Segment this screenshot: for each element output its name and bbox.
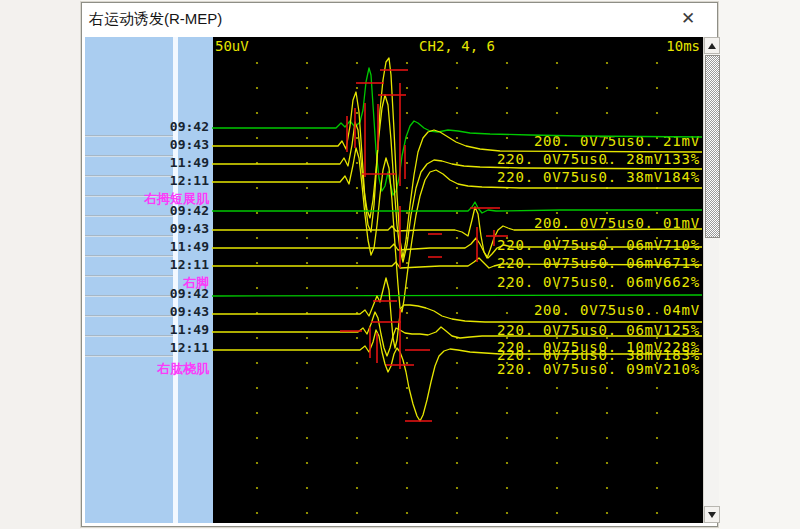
close-icon: ✕ — [681, 9, 695, 28]
vertical-scrollbar[interactable] — [703, 37, 719, 523]
scroll-down-button[interactable] — [704, 506, 720, 523]
trace-timestamp[interactable]: 11:49 — [84, 155, 209, 170]
trace-timestamp[interactable]: 09:43 — [84, 304, 209, 319]
trace-param-label: 220. 0V75us0. 06mV662% — [497, 274, 700, 290]
trace-timestamp[interactable]: 11:49 — [84, 322, 209, 337]
trace-param-label: 220. 0V75us0. 06mV671% — [497, 255, 700, 271]
trace-timestamp[interactable]: 09:42 — [84, 203, 209, 218]
trace-param-label: 200. 0V75us0. 01mV — [534, 215, 700, 231]
close-button[interactable]: ✕ — [677, 7, 699, 31]
trace-param-label: 220. 0V75us0. 38mV184% — [497, 169, 700, 185]
trace-param-label: 200. 0V75us0. 21mV — [534, 133, 700, 149]
trace-param-label: 220. 0V75us0. 28mV133% — [497, 151, 700, 167]
trace-timestamp[interactable]: 12:11 — [84, 257, 209, 272]
trace-param-label: 220. 0V75us0. 09mV210% — [497, 361, 700, 377]
timebase-label: 10ms — [212, 38, 700, 54]
arrow-up-icon — [708, 43, 716, 49]
trace-timestamp[interactable]: 12:11 — [84, 340, 209, 355]
trace-timestamp[interactable]: 12:11 — [84, 173, 209, 188]
screen: 右运动诱发(R-MEP) ✕ 50uV CH2, 4, 6 10ms 09:42… — [0, 0, 800, 529]
trace-param-label: 200. 0V75us0. 04mV — [534, 302, 700, 318]
trace-timestamp[interactable]: 09:43 — [84, 221, 209, 236]
scroll-up-button[interactable] — [704, 37, 720, 54]
trace-timestamp[interactable]: 09:42 — [84, 286, 209, 301]
muscle-label: 右肱桡肌 — [24, 360, 209, 378]
trace-param-label: 220. 0V75us0. 06mV125% — [497, 322, 700, 338]
trace-param-label: 220. 0V75us0. 06mV710% — [497, 237, 700, 253]
sidebar-row-divider — [85, 355, 173, 357]
desktop-background — [0, 0, 81, 529]
trace-timestamp[interactable]: 09:43 — [84, 137, 209, 152]
trace-timestamp[interactable]: 11:49 — [84, 239, 209, 254]
scrollbar-thumb[interactable] — [705, 55, 720, 238]
arrow-down-icon — [708, 512, 716, 518]
window-title: 右运动诱发(R-MEP) — [89, 10, 222, 29]
trace-timestamp[interactable]: 09:42 — [84, 119, 209, 134]
title-bar: 右运动诱发(R-MEP) ✕ — [82, 3, 717, 36]
